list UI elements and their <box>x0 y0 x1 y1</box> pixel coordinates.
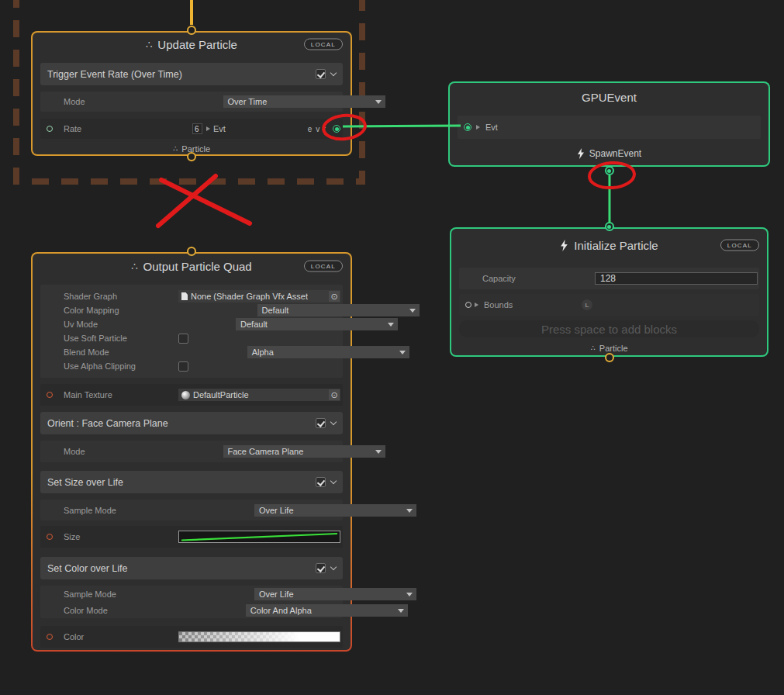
capacity-row: Capacity 128 <box>459 268 759 289</box>
object-picker-icon[interactable]: ⊙ <box>329 291 340 302</box>
use-soft-particle-checkbox[interactable] <box>178 334 188 344</box>
size-curve-field[interactable] <box>178 531 340 543</box>
bounds-expander-icon[interactable] <box>475 303 478 307</box>
flow-label: Particle <box>599 344 628 353</box>
chevron-down-icon[interactable] <box>330 564 337 570</box>
particle-icon: ∴ <box>173 145 178 153</box>
orient-mode-dropdown[interactable]: Face Camera Plane <box>223 445 385 458</box>
red-x-stroke-1 <box>161 180 250 223</box>
block-set-color-over-life[interactable]: Set Color over Life <box>40 557 343 579</box>
capacity-input[interactable]: 128 <box>595 272 758 285</box>
rate-input-port[interactable] <box>47 126 53 132</box>
color-mode-label: Color Mode <box>64 606 108 615</box>
color-mode-row: Color Mode Color And Alpha <box>40 602 343 618</box>
size-row: Size <box>40 526 343 548</box>
add-blocks-placeholder[interactable]: Press space to add blocks <box>459 320 759 337</box>
evt-expander-icon[interactable] <box>476 125 480 130</box>
color-sample-mode-row: Sample Mode Over Life <box>40 586 343 602</box>
node-initialize-particle[interactable]: Initialize Particle LOCAL Capacity 128 B… <box>450 227 768 357</box>
chevron-down-icon[interactable] <box>330 419 337 425</box>
block-trigger-event-rate[interactable]: Trigger Event Rate (Over Time) <box>40 63 343 85</box>
blend-mode-label: Blend Mode <box>64 348 109 357</box>
shader-graph-row: Shader Graph None (Shader Graph Vfx Asse… <box>40 289 343 303</box>
node-update-particle[interactable]: ∴ Update Particle LOCAL Trigger Event Ra… <box>31 31 352 156</box>
node-output-particle-quad[interactable]: ∴ Output Particle Quad LOCAL Shader Grap… <box>31 252 352 652</box>
node-title-bar[interactable]: GPUEvent <box>450 83 768 111</box>
node-title: GPUEvent <box>582 91 637 104</box>
uv-mode-dropdown[interactable]: Default <box>236 318 398 330</box>
color-input-port[interactable] <box>47 634 53 640</box>
block-enabled-checkbox[interactable] <box>316 418 326 428</box>
evt-row: Evt <box>458 116 761 139</box>
block-enabled-checkbox[interactable] <box>316 69 326 79</box>
object-picker-icon[interactable]: ⊙ <box>329 389 340 400</box>
chevron-down-icon[interactable] <box>330 478 337 484</box>
orient-mode-label: Mode <box>64 447 85 456</box>
use-alpha-clipping-checkbox[interactable] <box>178 361 188 372</box>
spawn-event-footer: SpawnEvent <box>450 139 768 168</box>
node-title-bar[interactable]: Initialize Particle LOCAL <box>451 229 767 261</box>
node-title-bar[interactable]: ∴ Update Particle LOCAL <box>33 33 351 56</box>
main-texture-field[interactable]: DefaultParticle ⊙ <box>178 389 340 401</box>
init-flow-output-port[interactable] <box>605 353 614 362</box>
sample-mode-dropdown[interactable]: Over Life <box>254 504 416 517</box>
sample-mode-dropdown[interactable]: Over Life <box>254 588 416 600</box>
particle-icon: ∴ <box>131 261 137 271</box>
node-title: Output Particle Quad <box>143 260 252 273</box>
block-set-size-over-life[interactable]: Set Size over Life <box>40 471 343 493</box>
texture-preview-icon <box>181 391 190 399</box>
main-texture-input-port[interactable] <box>47 392 53 398</box>
shader-graph-field[interactable]: None (Shader Graph Vfx Asset ⊙ <box>178 290 340 303</box>
color-gradient-field[interactable] <box>178 631 340 642</box>
init-event-input-port[interactable] <box>605 222 614 231</box>
uv-mode-label: Uv Mode <box>64 320 98 329</box>
shader-graph-label: Shader Graph <box>64 292 117 301</box>
update-flow-input-port[interactable] <box>187 26 196 35</box>
uv-mode-row: Uv Mode Default <box>40 317 343 331</box>
evt-expander-icon[interactable] <box>206 126 210 131</box>
blend-mode-dropdown[interactable]: Alpha <box>247 346 409 358</box>
color-mapping-dropdown[interactable]: Default <box>257 304 420 316</box>
flow-label: Particle <box>181 144 210 154</box>
chevron-down-icon[interactable] <box>330 70 337 76</box>
orient-mode-row: Mode Face Camera Plane <box>40 441 343 462</box>
evt-label: Evt <box>485 123 498 132</box>
evt-output-label: evt <box>308 125 330 133</box>
rate-value-field[interactable]: 6 <box>192 123 202 134</box>
lightning-icon <box>560 240 568 251</box>
block-title: Trigger Event Rate (Over Time) <box>47 69 182 80</box>
use-soft-particle-label: Use Soft Particle <box>64 334 127 343</box>
block-enabled-checkbox[interactable] <box>316 563 326 573</box>
local-badge: LOCAL <box>304 39 343 50</box>
evt-output-port[interactable] <box>333 125 340 133</box>
mode-dropdown[interactable]: Over Time <box>223 95 385 108</box>
particle-icon: ∴ <box>590 344 595 352</box>
update-flow-output-port[interactable] <box>187 152 196 161</box>
size-input-port[interactable] <box>47 534 53 540</box>
bounds-label: Bounds <box>484 300 513 309</box>
block-orient[interactable]: Orient : Face Camera Plane <box>40 412 343 434</box>
color-mode-dropdown[interactable]: Color And Alpha <box>246 604 408 617</box>
color-mapping-label: Color Mapping <box>64 306 119 315</box>
size-sample-mode-row: Sample Mode Over Life <box>40 500 343 520</box>
output-flow-input-port[interactable] <box>187 247 196 256</box>
node-title-bar[interactable]: ∴ Output Particle Quad LOCAL <box>33 254 351 278</box>
use-soft-particle-row: Use Soft Particle <box>40 331 343 345</box>
shader-graph-value: None (Shader Graph Vfx Asset <box>191 292 308 301</box>
evt-input-port[interactable] <box>464 123 471 131</box>
spawnevent-output-port[interactable] <box>605 166 614 175</box>
local-badge: LOCAL <box>720 240 759 251</box>
bounds-input-port[interactable] <box>465 302 471 308</box>
block-title: Orient : Face Camera Plane <box>47 418 168 429</box>
local-space-icon[interactable]: L <box>582 299 592 310</box>
local-badge: LOCAL <box>304 261 343 272</box>
sample-mode-label: Sample Mode <box>64 506 116 515</box>
vfx-graph-canvas[interactable]: ∴ Update Particle LOCAL Trigger Event Ra… <box>0 0 784 695</box>
node-gpuevent[interactable]: GPUEvent Evt SpawnEvent <box>448 81 770 167</box>
rate-row: Rate 6 Evt evt <box>40 119 343 139</box>
block-enabled-checkbox[interactable] <box>316 477 326 487</box>
color-label: Color <box>64 632 84 641</box>
lightning-icon <box>577 148 585 159</box>
sample-mode-label: Sample Mode <box>64 590 116 599</box>
color-row: Color <box>40 626 343 648</box>
